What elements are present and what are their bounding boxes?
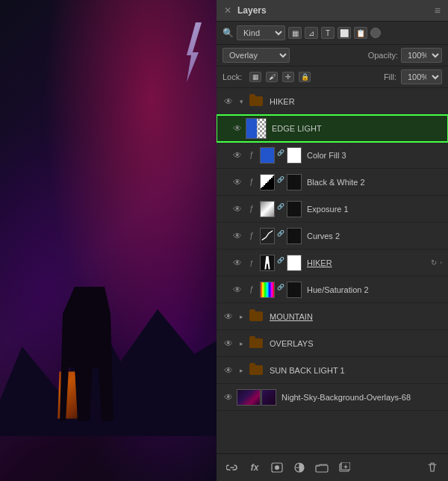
layer-row[interactable]: 👁 EDGE LIGHT [217,115,448,142]
lock-row: Lock: ▦ 🖌 ✛ 🔒 Fill: 100% 75% 50% [217,66,448,88]
layer-thumbnail [237,389,261,406]
visibility-toggle[interactable]: 👁 [231,176,243,188]
layer-thumbnail-group: 🔗 [260,228,302,244]
layer-name[interactable]: HIKER [304,258,427,267]
adjustment-filter-icon[interactable]: ⊿ [305,27,318,39]
layer-thumbnail [260,147,275,164]
close-button[interactable]: ✕ [224,6,231,15]
lock-position-button[interactable]: ✛ [282,72,294,82]
layer-name[interactable]: Hue/Saturation 2 [304,285,442,294]
panel-title: Layers [237,5,435,16]
filter-row: 🔍 Kind Name Effect ▦ ⊿ T ⬜ 📋 [217,22,448,45]
layer-row[interactable]: 👁 ƒ 🔗 Curves 2 [217,223,448,249]
layer-name[interactable]: EDGE LIGHT [269,124,442,133]
clip-icon: ƒ [246,176,258,188]
clip-icon: ƒ [246,230,258,242]
fill-value[interactable]: 100% 75% 50% [401,69,442,84]
filter-toggle[interactable] [370,28,381,38]
new-group-button[interactable] [314,460,330,475]
visibility-toggle[interactable]: 👁 [223,311,234,323]
pixel-filter-icon[interactable]: ▦ [288,27,302,39]
layer-mask-thumbnail [287,228,302,244]
link-icon: 🔗 [276,201,286,213]
link-icon: 🔗 [276,147,286,159]
opacity-value[interactable]: 100% 75% 50% [401,48,442,63]
blend-mode-dropdown[interactable]: Overlay Normal Multiply Screen [223,48,290,63]
layer-name[interactable]: Night-Sky-Background-Overlays-68 [279,393,442,402]
visibility-toggle[interactable]: 👁 [231,284,243,296]
panel-header: ✕ Layers ≡ [217,0,448,22]
visibility-toggle[interactable]: 👁 [231,203,243,215]
layer-row[interactable]: 👁 ƒ 🔗 Black & White 2 [217,169,448,196]
lightning-decoration [187,22,202,82]
layer-row[interactable]: 👁 ▸ MOUNTAIN [217,303,448,330]
search-icon: 🔍 [223,28,234,38]
layer-thumbnail [260,282,275,298]
layers-list: 👁 ▾ HIKER 👁 EDGE LIGHT 👁 ƒ [217,88,448,453]
layer-name[interactable]: HIKER [267,97,442,106]
clip-icon: ƒ [246,203,258,215]
hiker-figure [45,257,134,421]
layer-name[interactable]: OVERLAYS [267,339,442,348]
layer-thumbnail-group: 🔗 [260,255,302,271]
layer-row[interactable]: 👁 ƒ 🔗 Exposure 1 [217,196,448,223]
layer-thumbnail-group [237,389,276,406]
shape-filter-icon[interactable]: ⬜ [337,27,351,39]
panel-menu-button[interactable]: ≡ [435,4,441,16]
layer-name[interactable]: Curves 2 [304,232,442,241]
expand-arrow[interactable]: ▸ [237,364,246,376]
visibility-toggle[interactable]: 👁 [223,96,234,108]
layer-mask-thumbnail [287,147,302,164]
svg-point-1 [275,465,279,470]
layer-thumbnail-group: 🔗 [260,147,302,164]
layer-row[interactable]: 👁 ▸ OVERLAYS [217,330,448,357]
lock-transparency-button[interactable]: ▦ [249,72,261,82]
layer-row[interactable]: 👁 ▸ SUN BACK LIGHT 1 [217,357,448,384]
new-fill-adjustment-button[interactable] [291,460,308,475]
expand-icon[interactable]: › [440,259,442,266]
new-layer-button[interactable] [336,460,352,475]
link-icon: 🔗 [276,174,286,186]
fill-label: Fill: [384,72,396,81]
expand-arrow[interactable]: ▸ [237,311,246,323]
visibility-toggle[interactable]: 👁 [231,230,243,242]
add-mask-button[interactable] [269,460,285,475]
layer-row[interactable]: 👁 ƒ 🔗 Hue/Saturation 2 [217,276,448,303]
layer-row[interactable]: 👁 ƒ 🔗 Color Fill 3 [217,142,448,169]
smart-refresh-icon: ↻ [431,258,437,267]
layer-name[interactable]: SUN BACK LIGHT 1 [267,366,442,375]
layer-name[interactable]: Black & White 2 [304,178,442,187]
layer-mask-thumbnail [287,174,302,190]
lock-artboard-button[interactable]: 🔒 [299,72,311,82]
layer-mask-thumbnail [287,282,302,298]
delete-layer-button[interactable] [424,460,441,475]
visibility-toggle[interactable]: 👁 [223,364,234,376]
visibility-toggle[interactable]: 👁 [223,391,234,403]
clip-icon: ƒ [246,149,258,161]
visibility-toggle[interactable]: 👁 [231,122,243,134]
type-filter-icon[interactable]: T [321,27,335,39]
layer-thumbnail-2 [261,389,276,406]
layer-row[interactable]: 👁 Night-Sky-Background-Overlays-68 [217,384,448,411]
link-icon: 🔗 [276,228,286,240]
smart-filter-icon[interactable]: 📋 [354,27,367,39]
visibility-toggle[interactable]: 👁 [231,149,243,161]
kind-dropdown[interactable]: Kind Name Effect [237,25,285,40]
lock-label: Lock: [223,72,242,81]
layer-mask-thumbnail [287,255,302,271]
visibility-toggle[interactable]: 👁 [231,257,243,269]
layer-row[interactable]: 👁 ƒ 🔗 HIKER ↻ › [217,249,448,276]
visibility-toggle[interactable]: 👁 [223,338,234,350]
expand-arrow[interactable]: ▾ [237,96,246,108]
layer-row[interactable]: 👁 ▾ HIKER [217,88,448,115]
expand-arrow[interactable]: ▸ [237,338,246,350]
layer-name[interactable]: Exposure 1 [304,205,442,214]
opacity-label: Opacity: [368,51,398,60]
layer-name[interactable]: MOUNTAIN [267,312,442,321]
add-style-button[interactable]: fx [246,460,263,475]
clip-icon: ƒ [246,284,258,296]
lock-paint-button[interactable]: 🖌 [266,72,278,82]
link-layers-button[interactable] [224,460,240,475]
layer-name[interactable]: Color Fill 3 [304,151,442,160]
panel-footer: fx [217,453,448,481]
